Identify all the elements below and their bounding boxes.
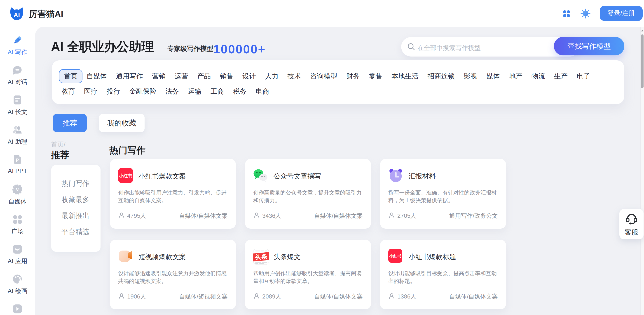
svg-text:V: V: [16, 187, 20, 192]
svg-text:头条: 头条: [255, 253, 268, 261]
svg-text:小红书: 小红书: [389, 254, 402, 258]
svg-text:AI: AI: [14, 12, 20, 19]
svg-text:P: P: [16, 157, 19, 163]
svg-text:小红书: 小红书: [118, 173, 132, 178]
